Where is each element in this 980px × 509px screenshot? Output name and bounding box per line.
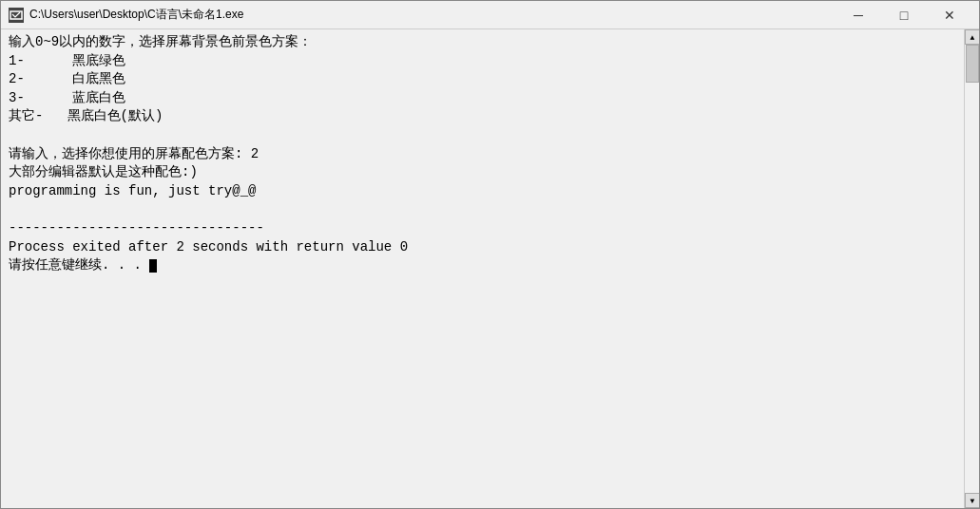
terminal-output[interactable]: 输入0~9以内的数字，选择屏幕背景色前景色方案： 1- 黑底绿色 2- 白底黑色… [1,29,964,508]
maximize-button[interactable]: □ [882,1,926,29]
terminal-line-9: programming is fun, just try@_@ [9,183,256,198]
terminal-line-1: 输入0~9以内的数字，选择屏幕背景色前景色方案： [9,34,312,49]
scrollbar-vertical[interactable]: ▲ ▼ [964,29,979,508]
scrollbar-down-button[interactable]: ▼ [965,493,979,508]
scrollbar-up-button[interactable]: ▲ [965,29,979,45]
scrollbar-track[interactable] [965,45,979,493]
svg-rect-0 [10,11,22,19]
terminal-line-8: 大部分编辑器默认是这种配色:) [9,164,198,179]
terminal-exit-message: Process exited after 2 seconds with retu… [9,239,408,254]
titlebar: C:\Users\user\Desktop\C语言\未命名1.exe ─ □ ✕ [1,1,979,29]
terminal-line-2: 1- 黑底绿色 [9,53,125,68]
main-window: C:\Users\user\Desktop\C语言\未命名1.exe ─ □ ✕… [0,0,980,509]
close-button[interactable]: ✕ [928,1,971,29]
terminal-line-4: 3- 蓝底白色 [9,90,125,105]
scrollbar-thumb[interactable] [966,45,979,83]
terminal-separator: -------------------------------- [9,220,264,236]
terminal-line-7: 请输入，选择你想使用的屏幕配色方案: 2 [9,146,259,161]
titlebar-title: C:\Users\user\Desktop\C语言\未命名1.exe [29,7,243,23]
terminal-continue-prompt: 请按任意键继续. . . [9,257,149,273]
content-area: 输入0~9以内的数字，选择屏幕背景色前景色方案： 1- 黑底绿色 2- 白底黑色… [1,29,979,508]
terminal-cursor [149,259,157,273]
titlebar-left: C:\Users\user\Desktop\C语言\未命名1.exe [9,7,243,23]
titlebar-controls: ─ □ ✕ [836,1,971,29]
minimize-button[interactable]: ─ [836,1,880,29]
terminal-line-3: 2- 白底黑色 [9,71,125,86]
terminal-line-5: 其它- 黑底白色(默认) [9,108,163,123]
app-icon [9,8,24,23]
